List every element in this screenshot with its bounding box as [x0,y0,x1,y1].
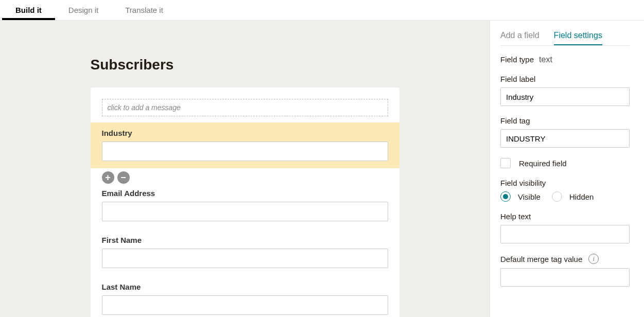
field-actions: + − [102,168,388,184]
help-text-label: Help text [500,212,630,221]
radio-visible-label: Visible [518,192,541,201]
builder-tabs: Build it Design it Translate it [0,0,644,21]
add-message-placeholder[interactable]: click to add a message [102,99,388,116]
field-first-name[interactable]: First Name [102,231,388,277]
tab-translate[interactable]: Translate it [112,0,177,20]
field-label-last: Last Name [102,283,388,291]
app-root: Build it Design it Translate it Subscrib… [0,0,644,317]
field-label-industry: Industry [102,129,388,137]
panel-tab-field-settings[interactable]: Field settings [554,31,602,45]
form-card: click to add a message Industry + − Emai… [91,87,399,317]
visibility-row: Field visibility Visible Hidden [500,179,630,202]
field-type-label: Field type [500,55,534,64]
field-label-label: Field label [500,75,630,83]
page-title: Subscribers [91,57,399,73]
minus-icon: − [120,173,126,182]
field-tag-row: Field tag [500,116,630,148]
required-row: Required field [500,158,630,168]
plus-icon: + [105,173,111,182]
radio-visible[interactable] [500,191,511,202]
required-label: Required field [519,159,567,168]
help-text-row: Help text [500,212,630,243]
field-last-name[interactable]: Last Name [102,277,388,317]
field-industry[interactable]: Industry [91,122,399,168]
default-merge-row: Default merge tag value i [500,254,630,287]
radio-hidden[interactable] [552,191,562,202]
field-label-first: First Name [102,236,388,244]
field-input-industry[interactable] [102,142,388,161]
default-merge-label: Default merge tag value [500,255,582,263]
field-type-value: text [539,55,552,64]
field-input-first[interactable] [102,249,388,268]
field-tag-input[interactable] [500,129,630,148]
default-merge-label-wrap: Default merge tag value i [500,254,630,264]
form-canvas: Subscribers click to add a message Indus… [0,21,490,317]
field-tag-label: Field tag [500,116,630,125]
field-label-row: Field label [500,75,630,106]
field-type-row: Field type text [500,55,630,64]
info-icon[interactable]: i [588,254,599,264]
visibility-label: Field visibility [500,179,630,187]
field-label-input[interactable] [500,87,630,106]
field-label-email: Email Address [102,189,388,198]
tab-build[interactable]: Build it [2,0,55,20]
tab-design[interactable]: Design it [55,0,112,20]
remove-field-button[interactable]: − [117,171,130,184]
default-merge-input[interactable] [500,268,630,287]
add-field-button[interactable]: + [102,171,114,184]
main-split: Subscribers click to add a message Indus… [0,21,644,317]
help-text-input[interactable] [500,225,630,243]
panel-tab-add-field[interactable]: Add a field [500,31,539,45]
settings-panel: Add a field Field settings Field type te… [490,21,644,317]
canvas-inner: Subscribers click to add a message Indus… [91,57,399,317]
field-input-last[interactable] [102,295,388,315]
field-input-email[interactable] [102,202,388,221]
field-email[interactable]: Email Address [102,184,388,231]
visibility-options: Visible Hidden [500,191,630,202]
required-checkbox[interactable] [500,158,511,168]
panel-tabs: Add a field Field settings [500,31,630,46]
radio-hidden-label: Hidden [569,192,594,201]
